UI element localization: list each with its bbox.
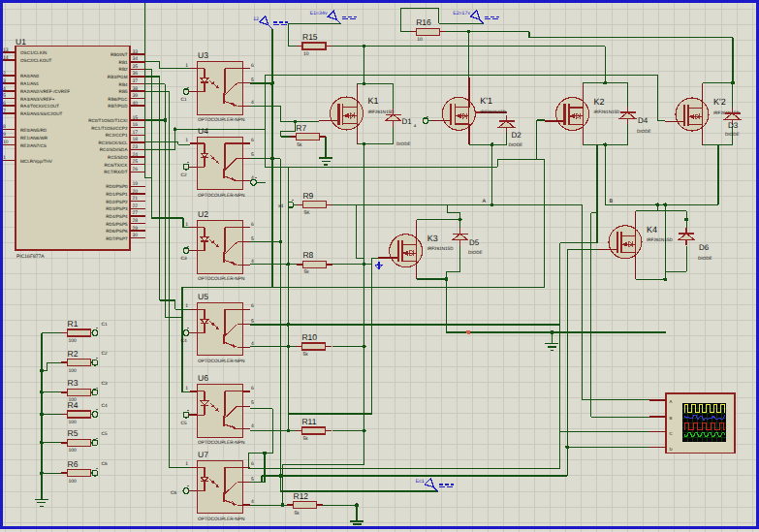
svg-text:33: 33 xyxy=(133,49,139,55)
svg-text:40: 40 xyxy=(133,101,139,107)
svg-text:R16: R16 xyxy=(416,17,431,27)
svg-text:20: 20 xyxy=(133,189,139,195)
svg-text:22: 22 xyxy=(133,203,139,209)
svg-text:K4: K4 xyxy=(647,225,657,235)
svg-text:RA4/T0CKI/C1OUT: RA4/T0CKI/C1OUT xyxy=(20,104,59,109)
svg-text:5: 5 xyxy=(251,236,254,242)
svg-text:6: 6 xyxy=(251,303,254,309)
svg-text:DIODE: DIODE xyxy=(509,142,523,147)
svg-text:38: 38 xyxy=(133,86,139,92)
svg-text:C6: C6 xyxy=(102,461,108,467)
svg-text:1: 1 xyxy=(185,138,188,143)
svg-text:100: 100 xyxy=(69,420,78,425)
svg-text:18: 18 xyxy=(133,137,139,142)
svg-text:1: 1 xyxy=(185,303,188,309)
svg-text:RD1/PSP1: RD1/PSP1 xyxy=(106,192,128,197)
svg-text:OPTOCOUPLER-NPN: OPTOCOUPLER-NPN xyxy=(198,193,245,199)
svg-text:U2: U2 xyxy=(198,209,208,219)
svg-text:U5: U5 xyxy=(198,292,208,301)
svg-text:D4: D4 xyxy=(638,116,648,125)
svg-text:35: 35 xyxy=(133,64,139,70)
svg-text:U3: U3 xyxy=(198,50,208,60)
svg-text:D2: D2 xyxy=(512,131,522,140)
svg-text:1: 1 xyxy=(185,222,188,228)
svg-text:5k: 5k xyxy=(303,269,309,275)
svg-text:RD3/PSP3: RD3/PSP3 xyxy=(106,206,128,211)
svg-text:10: 10 xyxy=(3,140,9,145)
svg-text:30: 30 xyxy=(133,233,139,238)
svg-text:K'2: K'2 xyxy=(713,97,726,107)
svg-text:R12: R12 xyxy=(294,491,309,501)
svg-text:Ec1: Ec1 xyxy=(416,479,425,485)
svg-text:OSC2/CLKOUT: OSC2/CLKOUT xyxy=(20,58,52,63)
svg-text:5: 5 xyxy=(251,319,254,325)
svg-text:13: 13 xyxy=(3,47,9,53)
svg-text:R4: R4 xyxy=(68,400,79,410)
svg-text:IRF261N15D: IRF261N15D xyxy=(480,110,506,114)
svg-text:6: 6 xyxy=(251,222,254,228)
svg-text:100: 100 xyxy=(69,479,78,485)
svg-text:36: 36 xyxy=(133,71,139,77)
svg-text:4: 4 xyxy=(251,259,254,265)
svg-text:RB4: RB4 xyxy=(119,82,128,87)
svg-text:6: 6 xyxy=(251,63,254,69)
svg-text:5: 5 xyxy=(3,93,6,99)
svg-text:100: 100 xyxy=(69,448,78,454)
svg-text:19: 19 xyxy=(133,181,139,187)
svg-text:R2: R2 xyxy=(68,349,79,359)
svg-text:B: B xyxy=(610,199,614,204)
svg-text:RC1/T1OSI/CCP2: RC1/T1OSI/CCP2 xyxy=(91,126,128,131)
svg-text:K3: K3 xyxy=(427,234,438,243)
svg-text:4: 4 xyxy=(251,341,254,347)
svg-text:RD7/PSP7: RD7/PSP7 xyxy=(106,236,128,241)
svg-text:IRF261N15D: IRF261N15D xyxy=(647,237,673,242)
svg-text:IRF261N15D: IRF261N15D xyxy=(594,110,620,114)
svg-text:5: 5 xyxy=(251,477,254,483)
svg-text:R6: R6 xyxy=(68,459,79,469)
svg-text:RC3/SCK/SCL: RC3/SCK/SCL xyxy=(98,141,128,145)
svg-text:D3: D3 xyxy=(728,121,739,130)
svg-text:R5: R5 xyxy=(68,428,79,438)
svg-text:RB0/INT: RB0/INT xyxy=(111,52,128,57)
svg-text:A: A xyxy=(483,199,487,204)
svg-text:OSC1/CLKIN: OSC1/CLKIN xyxy=(20,50,47,55)
svg-text:RA3/AN3/VREF+: RA3/AN3/VREF+ xyxy=(20,97,55,102)
svg-text:1: 1 xyxy=(185,461,188,467)
svg-text:IRF261N15D: IRF261N15D xyxy=(713,110,740,115)
svg-text:U7: U7 xyxy=(198,450,208,459)
svg-text:5: 5 xyxy=(251,78,254,83)
svg-text:RA2/AN2/VREF-/CVREF: RA2/AN2/VREF-/CVREF xyxy=(20,89,70,94)
svg-text:RC7/RX/DT: RC7/RX/DT xyxy=(104,170,127,174)
svg-text:B: B xyxy=(670,416,673,421)
svg-text:RA1/AN1: RA1/AN1 xyxy=(20,81,40,86)
svg-text:5k: 5k xyxy=(295,511,300,516)
svg-text:1: 1 xyxy=(3,155,6,161)
svg-text:1: 1 xyxy=(185,63,188,69)
svg-text:K2: K2 xyxy=(594,97,605,107)
svg-text:100: 100 xyxy=(69,368,78,374)
svg-text:D5: D5 xyxy=(469,238,480,247)
svg-text:5: 5 xyxy=(251,152,254,158)
svg-text:10: 10 xyxy=(303,51,309,57)
svg-text:3: 3 xyxy=(3,78,6,84)
svg-text:R9: R9 xyxy=(302,191,313,201)
svg-text:37: 37 xyxy=(133,78,139,84)
svg-text:R1: R1 xyxy=(68,319,79,329)
svg-text:OPTOCOUPLER-NPN: OPTOCOUPLER-NPN xyxy=(198,359,245,364)
svg-text:IRF261N15D: IRF261N15D xyxy=(368,110,395,114)
svg-text:D: D xyxy=(670,447,673,452)
svg-text:RD5/PSP5: RD5/PSP5 xyxy=(106,222,128,227)
svg-text:IRF261N15D: IRF261N15D xyxy=(427,246,454,251)
svg-text:23: 23 xyxy=(133,144,139,150)
svg-text:OPTOCOUPLER-NPN: OPTOCOUPLER-NPN xyxy=(198,117,245,123)
svg-text:D6: D6 xyxy=(699,243,710,252)
svg-text:1: 1 xyxy=(185,386,188,391)
svg-text:U4: U4 xyxy=(198,126,208,136)
svg-text:R15: R15 xyxy=(302,32,318,42)
svg-text:C4: C4 xyxy=(181,338,187,344)
svg-text:8: 8 xyxy=(3,124,6,130)
svg-text:C2: C2 xyxy=(102,351,108,357)
svg-text:5K: 5K xyxy=(303,210,310,216)
svg-text:12: 12 xyxy=(253,16,259,22)
svg-text:RB3/PGM: RB3/PGM xyxy=(108,75,128,79)
